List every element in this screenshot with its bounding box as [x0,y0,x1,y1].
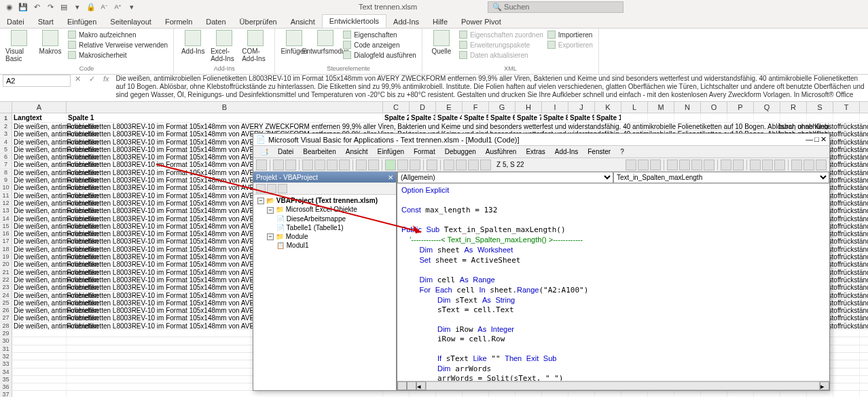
vbe-undo-icon[interactable] [356,159,367,170]
vbe-reset-icon[interactable] [410,159,420,170]
cell[interactable]: Die weißen, antimikrobiellen [12,292,67,299]
col-header-Q[interactable]: Q [754,102,780,113]
tab-überprüfen[interactable]: Überprüfen [233,16,284,28]
cell[interactable]: Die weißen, antimikrobiellen [12,215,67,222]
cell[interactable] [67,391,383,397]
col-header-N[interactable]: N [674,102,701,113]
row-header[interactable]: 35 [0,376,12,383]
col-header-H[interactable]: H [516,102,542,113]
search-box[interactable]: 🔍 Suchen [488,1,623,13]
cell[interactable] [674,391,701,397]
vbe-sys-icon[interactable]: 📑 [256,148,272,155]
xml-map-button[interactable]: Eigenschaften zuordnen [459,30,543,39]
vbe-object-dropdown[interactable]: (Allgemein) [397,172,613,183]
row-header[interactable]: 20 [0,261,12,267]
cell[interactable] [833,337,860,344]
vbe-code-editor[interactable]: Option Explicit Const max_length = 132 P… [397,184,829,381]
cell[interactable] [12,330,67,337]
excel-addins-button[interactable]: Excel-Add-Ins [211,30,238,62]
tab-seitenlayout[interactable]: Seitenlayout [103,16,158,28]
table-row[interactable]: 1LangtextSpalte 1Spalte 2Spalte 3Spalte … [0,113,868,123]
cell[interactable]: Spalte 4 [436,113,463,122]
name-box[interactable]: A2 [3,75,71,87]
cell[interactable] [833,330,860,337]
col-header-I[interactable]: I [542,102,568,113]
vbe-menu-format[interactable]: Format [410,148,439,155]
vbe-project-icon[interactable] [444,159,454,170]
vbe-tb2-1[interactable] [626,159,636,170]
table-row[interactable]: 2Die weißen, antimikrobiellenFolienetike… [0,123,868,130]
row-header[interactable]: 9 [0,176,12,183]
cell[interactable]: Die weißen, antimikrobiellen [12,123,67,130]
vbe-copy-icon[interactable] [314,159,325,170]
vbe-view-proc-icon[interactable] [407,381,416,390]
cell[interactable] [701,391,727,397]
cell[interactable] [727,391,754,397]
cell[interactable]: Die weißen, antimikrobiellen [12,307,67,314]
vbe-scrollbar[interactable]: ◂ ▸ [397,381,829,390]
cell[interactable]: Spalte 3 [410,113,436,122]
maximize-icon[interactable]: □ [814,135,819,144]
xml-refresh-button[interactable]: Daten aktualisieren [459,50,543,60]
vbe-insert-icon[interactable] [273,159,284,170]
cell[interactable]: Die weißen, antimikrobiellen [12,230,67,237]
cell[interactable] [12,353,67,360]
xml-export-button[interactable]: Exportieren [547,40,593,50]
vbe-menu-bearbeiten[interactable]: Bearbeiten [299,148,340,155]
tab-entwicklertools[interactable]: Entwicklertools [322,14,386,28]
row-header[interactable]: 17 [0,238,12,244]
cell[interactable]: Die weißen, antimikrobiellen [12,169,67,176]
cell[interactable]: Die weißen, antimikrobiellen [12,207,67,214]
col-header-G[interactable]: G [489,102,516,113]
cell[interactable] [436,391,463,397]
row-header[interactable]: 31 [0,345,12,352]
tree-item-sheet1[interactable]: 📄 Tabelle1 (Tabelle1) [255,223,395,232]
cell[interactable] [780,391,807,397]
com-addins-button[interactable]: COM-Add-Ins [242,30,269,62]
view-code-button[interactable]: Code anzeigen [343,40,416,50]
row-header[interactable]: 24 [0,292,12,299]
row-header[interactable]: 14 [0,215,12,222]
col-header-B[interactable]: B [67,102,383,113]
vbe-run-icon[interactable] [385,159,396,170]
visual-basic-button[interactable]: Visual Basic [5,30,33,62]
vbe-tb2-9[interactable] [733,159,744,170]
tree-folder-excel-objects[interactable]: −📁 Microsoft Excel Objekte [255,205,395,214]
row-header[interactable]: 22 [0,276,12,283]
cell[interactable]: Die weißen, antimikrobiellen [12,261,67,267]
vbe-find-icon[interactable] [339,159,350,170]
vbe-properties-icon[interactable] [456,159,467,170]
cell[interactable] [780,113,807,122]
autosave-toggle[interactable]: ◉ [4,1,15,12]
cell[interactable]: Spalte 7 [516,113,542,122]
tab-daten[interactable]: Daten [199,16,232,28]
macros-button[interactable]: Makros [37,30,64,55]
row-header[interactable]: 4 [0,138,12,145]
row-header[interactable]: 34 [0,368,12,375]
cell[interactable] [568,391,595,397]
vbe-menu-?[interactable]: ? [616,148,628,155]
cell[interactable] [489,391,516,397]
row-header[interactable]: 30 [0,337,12,344]
cell[interactable]: Spalte 2 [383,113,410,122]
vbe-procedure-dropdown[interactable]: Text_in_Spalten_maxLength [613,172,829,183]
vbe-browser-icon[interactable] [468,159,479,170]
row-header[interactable]: 1 [0,113,12,122]
cell[interactable]: Die weißen, antimikrobiellen [12,176,67,183]
vba-editor-window[interactable]: 📄 Microsoft Visual Basic for Application… [253,133,830,391]
vbe-tb2-6[interactable] [691,159,702,170]
xml-expansion-button[interactable]: Erweiterungspakete [459,40,543,50]
cell[interactable] [12,360,67,367]
vbe-tb2-5[interactable] [679,159,690,170]
col-header-E[interactable]: E [436,102,463,113]
row-header[interactable]: 32 [0,353,12,360]
col-header-T[interactable]: T [833,102,860,113]
cell[interactable] [12,368,67,375]
properties-button[interactable]: Eigenschaften [343,30,416,39]
tab-datei[interactable]: Datei [0,16,31,28]
vbe-tb2-13[interactable] [791,159,802,170]
cell[interactable]: Spalte 1 [67,113,383,122]
row-header[interactable]: 2 [0,123,12,130]
row-header[interactable]: 11 [0,192,12,199]
cell[interactable]: Die weißen, antimikrobiellen [12,253,67,260]
